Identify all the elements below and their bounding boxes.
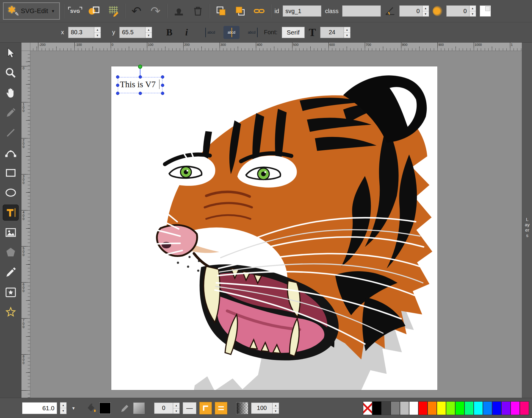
line-tool[interactable] — [3, 125, 19, 141]
palette-swatch[interactable] — [483, 401, 492, 415]
stroke-width-input[interactable] — [154, 403, 173, 414]
layers-panel-tab[interactable]: Layers — [522, 43, 532, 398]
palette-swatch[interactable] — [381, 401, 391, 415]
document-properties-button[interactable] — [87, 3, 102, 19]
palette-swatch[interactable] — [391, 401, 400, 415]
blur-input[interactable] — [446, 5, 470, 17]
palette-swatch[interactable] — [464, 401, 474, 415]
image-tool[interactable] — [3, 224, 19, 241]
canvas[interactable]: This is V7 — [111, 66, 438, 390]
selection-handle-w[interactable] — [116, 84, 119, 87]
stroke-style-button[interactable]: — — [183, 402, 196, 414]
palette-swatch[interactable] — [474, 401, 483, 415]
path-tool[interactable] — [3, 145, 19, 161]
zoom-tool[interactable] — [3, 65, 19, 81]
text-anchor-middle-button[interactable]: abcd — [223, 26, 240, 39]
selection-handle-n[interactable] — [139, 75, 142, 79]
pan-tool[interactable] — [3, 85, 19, 101]
palette-swatch[interactable] — [446, 401, 455, 415]
text-anchor-start-button[interactable]: abcd — [203, 26, 219, 39]
class-input[interactable] — [342, 5, 381, 17]
selection-handle-ne[interactable] — [161, 75, 164, 79]
link-icon — [253, 5, 265, 17]
redo-button[interactable]: ↷ — [148, 3, 163, 19]
separator — [167, 4, 168, 18]
vertical-ruler: 0100200300400500600700800 — [21, 51, 30, 398]
palette-swatch[interactable] — [409, 401, 418, 415]
editor-grid-button[interactable] — [106, 3, 121, 19]
anchor-end-bar-icon — [257, 28, 258, 37]
font-family-button[interactable]: Serif — [282, 27, 305, 38]
star-tool[interactable] — [3, 304, 19, 320]
grid-snap-icon — [107, 5, 119, 17]
x-spinner[interactable]: ▲▼ — [94, 27, 101, 38]
svg-source-button[interactable]: SVG — [68, 3, 83, 19]
make-link-button[interactable] — [251, 3, 267, 19]
palette-swatch[interactable] — [492, 401, 501, 415]
palette-swatch[interactable] — [428, 401, 437, 415]
zoom-input[interactable]: 61.0 — [22, 402, 57, 414]
undo-button[interactable]: ↶ — [129, 3, 144, 19]
delete-button[interactable] — [190, 3, 206, 19]
blur-spinner[interactable]: ▲▼ — [470, 5, 476, 17]
palette-swatch[interactable] — [455, 401, 464, 415]
canvas-text[interactable]: This is V7 — [120, 79, 156, 89]
stroke-color-swatch[interactable] — [133, 403, 145, 414]
opacity-input[interactable] — [251, 403, 273, 414]
palette-swatch[interactable] — [511, 401, 520, 415]
selection-handle-e[interactable] — [161, 84, 164, 87]
palette-swatch[interactable] — [501, 401, 511, 415]
rotation-handle[interactable] — [138, 65, 142, 69]
bold-button[interactable]: B — [163, 25, 176, 40]
select-tool[interactable] — [3, 45, 19, 61]
selected-text-element[interactable]: This is V7 — [118, 77, 162, 93]
selection-handle-sw[interactable] — [116, 92, 119, 95]
main-menu-button[interactable]: ✱ ✎ SVG-Edit ▼ — [3, 2, 60, 20]
zoom-dropdown-button[interactable]: ▼ — [70, 406, 77, 411]
selection-handle-s[interactable] — [139, 92, 142, 95]
palette-swatch[interactable] — [400, 401, 409, 415]
opacity-spinner[interactable]: ▲▼ — [273, 403, 279, 414]
polygon-tool[interactable] — [3, 244, 19, 261]
y-input[interactable] — [119, 27, 145, 38]
palette-swatch[interactable] — [363, 401, 372, 415]
palette-swatch[interactable] — [372, 401, 381, 415]
ruler-label: 700 — [23, 319, 25, 329]
background-swatch[interactable] — [480, 5, 491, 17]
italic-button[interactable]: i — [180, 25, 193, 40]
pencil-tool[interactable] — [3, 105, 19, 121]
id-input[interactable] — [283, 5, 321, 17]
angle-spinner[interactable]: ▲▼ — [423, 5, 429, 17]
ellipse-tool[interactable] — [3, 185, 19, 201]
move-to-bottom-button[interactable] — [213, 3, 229, 19]
document-properties-icon — [88, 5, 100, 17]
linecap-button[interactable] — [215, 402, 227, 414]
palette-swatch[interactable] — [418, 401, 428, 415]
selection-handle-nw[interactable] — [116, 75, 119, 79]
layers-tab-label: Layers — [525, 217, 530, 238]
ruler-label: -200 — [39, 43, 46, 46]
font-size-spinner[interactable]: ▲▼ — [344, 27, 351, 38]
text-anchor-end-button[interactable]: abcd — [244, 26, 260, 39]
clone-button[interactable] — [171, 3, 187, 19]
rectangle-tool[interactable] — [3, 165, 19, 181]
selection-handle-se[interactable] — [161, 92, 164, 95]
zoom-spinner[interactable]: ▲▼ — [60, 402, 67, 414]
y-spinner[interactable]: ▲▼ — [145, 27, 152, 38]
star-icon — [4, 306, 17, 319]
font-size-input[interactable] — [320, 27, 344, 38]
shape-library-tool[interactable] — [3, 284, 19, 300]
svg-source-icon: SVG — [70, 9, 80, 14]
angle-input[interactable] — [399, 5, 423, 17]
linejoin-button[interactable] — [199, 402, 212, 414]
x-input[interactable] — [68, 27, 94, 38]
palette-swatch[interactable] — [520, 401, 529, 415]
horizontal-ruler: -200-10001002003004005006007008009001000… — [30, 43, 522, 51]
stroke-width-spinner[interactable]: ▲▼ — [173, 403, 180, 414]
text-tool[interactable] — [3, 205, 19, 221]
move-to-top-button[interactable] — [232, 3, 248, 19]
fill-color-swatch[interactable] — [99, 403, 111, 414]
palette-swatch[interactable] — [437, 401, 446, 415]
ruler-label: 300 — [220, 43, 226, 46]
eyedropper-tool[interactable] — [3, 264, 19, 280]
